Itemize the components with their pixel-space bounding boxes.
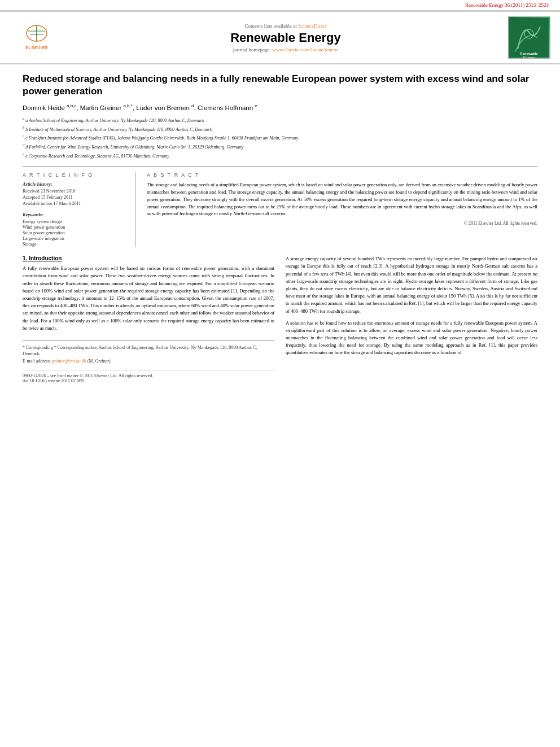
sciencedirect-link[interactable]: ScienceDirect bbox=[298, 23, 326, 29]
keyword-2: Wind power generation bbox=[23, 225, 126, 230]
article-info-panel: A R T I C L E I N F O Article history: R… bbox=[23, 172, 135, 247]
affiliation-c: c c Frankfurt Institute for Advanced Stu… bbox=[23, 133, 537, 142]
issn-line: 0960-1481/$ – see front matter © 2011 El… bbox=[23, 373, 274, 378]
affiliation-d: d d ForWind, Center for Wind Energy Rese… bbox=[23, 142, 537, 151]
journal-center: Contents lists available at ScienceDirec… bbox=[68, 23, 504, 53]
top-bar: Renewable Energy 36 (2011) 2515–2523 bbox=[0, 0, 560, 11]
affiliation-a: a a Aarhus School of Engineering, Aarhus… bbox=[23, 116, 537, 124]
doi-line: doi:10.1016/j.renene.2011.02.009 bbox=[23, 378, 274, 383]
svg-text:Renewable: Renewable bbox=[520, 52, 538, 55]
footnote-area: * Corresponding * Corresponding author. … bbox=[23, 340, 274, 365]
svg-text:Energy: Energy bbox=[523, 56, 535, 58]
corresponding-label: Corresponding bbox=[26, 345, 53, 350]
sciencedirect-line: Contents lists available at ScienceDirec… bbox=[73, 23, 498, 29]
keyword-4: Large-scale integration bbox=[23, 236, 126, 241]
affiliations: a a Aarhus School of Engineering, Aarhus… bbox=[23, 116, 537, 159]
affiliation-e: e e Corporate Research and Technology, S… bbox=[23, 151, 537, 160]
footnote-email: E-mail address: greiner@imf.au.dk (M. Gr… bbox=[23, 358, 274, 364]
copyright-line: © 2011 Elsevier Ltd. All rights reserved… bbox=[147, 221, 537, 226]
abstract-heading: A B S T R A C T bbox=[147, 172, 537, 178]
body-right-col: A storage energy capacity of several hun… bbox=[286, 255, 537, 383]
footnote-asterisk: * Corresponding * Corresponding author. … bbox=[23, 344, 274, 357]
paper-title: Reduced storage and balancing needs in a… bbox=[23, 73, 537, 98]
affiliation-b: b b Institute of Mathematical Sciences, … bbox=[23, 125, 537, 133]
history-received: Received 23 November 2010 bbox=[23, 189, 126, 194]
bottom-info: 0960-1481/$ – see front matter © 2011 El… bbox=[23, 370, 274, 383]
elsevier-logo: ELSEVIER bbox=[11, 22, 62, 53]
journal-logo-right: Renewable Energy bbox=[504, 16, 554, 59]
homepage-url[interactable]: www.elsevier.com/locate/renene bbox=[272, 47, 338, 53]
keywords-section: Keywords: Energy system design Wind powe… bbox=[23, 212, 126, 247]
elsevier-logo-container: ELSEVIER bbox=[6, 22, 68, 53]
article-info-abstract: A R T I C L E I N F O Article history: R… bbox=[23, 166, 537, 247]
journal-title: Renewable Energy bbox=[73, 30, 498, 45]
main-content: Reduced storage and balancing needs in a… bbox=[0, 64, 560, 392]
author-dominik: Dominik Heide bbox=[23, 104, 67, 111]
abstract-panel: A B S T R A C T The storage and balancin… bbox=[147, 172, 537, 247]
keywords-label: Keywords: bbox=[23, 212, 126, 217]
keyword-3: Solar power generation bbox=[23, 230, 126, 235]
journal-citation: Renewable Energy 36 (2011) 2515–2523 bbox=[465, 2, 549, 8]
body-left-col: 1. Introduction A fully renewable Europe… bbox=[23, 255, 274, 383]
section-1-right-para-1: A storage energy capacity of several hun… bbox=[286, 255, 537, 314]
journal-header: ELSEVIER Contents lists available at Sci… bbox=[0, 11, 560, 64]
journal-homepage: journal homepage: www.elsevier.com/locat… bbox=[73, 47, 498, 53]
renewable-energy-logo: Renewable Energy bbox=[508, 16, 550, 59]
svg-text:ELSEVIER: ELSEVIER bbox=[25, 45, 48, 50]
abstract-text: The storage and balancing needs of a sim… bbox=[147, 181, 537, 217]
authors-line: Dominik Heide a,b,c, Martin Greiner a,b,… bbox=[23, 103, 537, 111]
section-1-para-1: A fully renewable European power system … bbox=[23, 265, 274, 332]
history-online: Available online 17 March 2011 bbox=[23, 201, 126, 206]
re-logo-svg: Renewable Energy bbox=[509, 18, 549, 58]
keyword-1: Energy system design bbox=[23, 219, 126, 224]
history-accepted: Accepted 15 February 2011 bbox=[23, 195, 126, 200]
section-1-title-text: Introduction bbox=[29, 255, 62, 261]
keyword-5: Storage bbox=[23, 242, 126, 247]
section-1-right-para-2: A solution has to be found how to reduce… bbox=[286, 320, 537, 357]
body-content: 1. Introduction A fully renewable Europe… bbox=[23, 255, 537, 383]
section-1-title: 1. Introduction bbox=[23, 255, 274, 261]
article-history-label: Article history: bbox=[23, 181, 126, 187]
email-address[interactable]: greiner@imf.au.dk bbox=[52, 359, 86, 364]
article-info-heading: A R T I C L E I N F O bbox=[23, 172, 126, 178]
